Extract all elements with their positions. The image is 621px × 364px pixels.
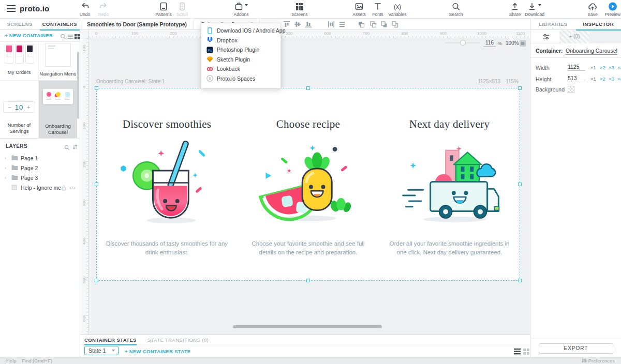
search-button[interactable]: Search — [444, 2, 468, 18]
variables-button[interactable]: (x) Variables — [386, 2, 409, 18]
state-select-dropdown[interactable]: State 1 — [84, 346, 119, 355]
folder-icon — [11, 155, 18, 161]
canvas-horizontal-scrollbar[interactable] — [233, 325, 382, 328]
distribute-vertical-icon[interactable] — [338, 20, 346, 28]
states-grid-view-icon[interactable] — [523, 347, 530, 354]
container-name-field[interactable]: Onboarding Carousel — [566, 48, 617, 55]
sidebar-scrollbar[interactable] — [77, 52, 79, 119]
addons-caret-icon — [245, 4, 248, 6]
tab-screens[interactable]: SCREENS — [0, 19, 40, 30]
lock-icon[interactable] — [61, 185, 67, 191]
container-my-orders[interactable]: My Orders — [0, 42, 38, 80]
bring-to-front-icon[interactable] — [380, 20, 388, 28]
menu-item-dropbox[interactable]: Dropbox — [201, 36, 280, 44]
zoom-fit-icon[interactable] — [520, 40, 526, 47]
menu-item-lookback[interactable]: Lookback — [201, 65, 280, 73]
export-button[interactable]: EXPORT — [539, 343, 613, 354]
zoom-value-input[interactable]: 116 — [483, 40, 496, 47]
scroll-button[interactable]: Scroll — [170, 2, 194, 18]
onboarding-carousel-artboard[interactable]: Discover smoothies — [96, 88, 520, 281]
container-navigation-menu[interactable]: Navigation Menu — [39, 42, 77, 80]
layers-sort-icon[interactable] — [72, 143, 79, 149]
visibility-eye-icon[interactable] — [69, 185, 76, 191]
lookback-icon — [206, 66, 213, 72]
menu-item-protoio-spaces[interactable]: S Proto.io Spaces — [201, 74, 280, 83]
ruler-horizontal: 010020030040050060070080090010001100 — [88, 30, 530, 38]
preferences-link[interactable]: Preferences — [582, 358, 615, 363]
layer-page-1[interactable]: › Page 1 — [0, 154, 80, 163]
screens-button[interactable]: Screens — [288, 2, 312, 18]
chevron-right-icon[interactable]: › — [5, 156, 6, 161]
selection-handle[interactable] — [95, 183, 98, 186]
background-row: Background — [530, 85, 621, 95]
background-color-swatch[interactable] — [568, 86, 574, 93]
align-middle-icon[interactable] — [293, 20, 302, 28]
width-x3-button[interactable]: ×3 — [609, 65, 614, 70]
selection-handle[interactable] — [306, 279, 310, 282]
tab-libraries[interactable]: LIBRARIES — [530, 19, 576, 30]
menu-item-sketch[interactable]: Sketch Plugin — [201, 55, 280, 64]
selection-zoom-level: 115% — [506, 79, 519, 84]
addons-button[interactable]: Addons — [229, 2, 253, 18]
bring-forward-icon[interactable] — [357, 20, 365, 28]
new-container-button[interactable]: + NEW CONTAINER — [5, 33, 53, 38]
zoom-reset-button[interactable]: 100% — [506, 40, 519, 46]
list-view-icon[interactable] — [67, 33, 74, 39]
selection-handle[interactable] — [306, 86, 310, 90]
states-list-view-icon[interactable] — [514, 347, 521, 354]
layer-help-ignore-me[interactable]: Help - Ignore me — [0, 183, 80, 193]
tab-prototype[interactable]: Smoothies to Door (Sample Prototype) — [80, 19, 194, 30]
send-to-back-icon[interactable] — [391, 20, 399, 28]
height-x1-button[interactable]: ×1 — [590, 76, 596, 82]
slide-title: Choose recipe — [276, 118, 340, 131]
find-link[interactable]: Find (Cmd+F) — [22, 358, 52, 363]
help-link[interactable]: Help — [6, 358, 17, 363]
chevron-right-icon[interactable]: › — [5, 175, 6, 180]
height-x3-button[interactable]: ×3 — [609, 76, 614, 82]
tab-inspector[interactable]: INSPECTOR — [576, 19, 621, 30]
download-button[interactable]: Download — [523, 2, 546, 18]
slide-next-day-delivery: Next day delivery — [379, 88, 520, 281]
download-icon — [523, 2, 546, 11]
height-x2-button[interactable]: ×2 — [600, 76, 605, 82]
height-input[interactable]: 513 — [568, 75, 585, 82]
tab-container-states[interactable]: CONTAINER STATES — [84, 337, 137, 343]
layer-page-2[interactable]: › Page 2 — [0, 163, 80, 173]
selection-handle[interactable] — [518, 183, 522, 186]
container-states-panel: CONTAINER STATES STATE TRANSITIONS (0) S… — [80, 335, 530, 357]
chevron-right-icon[interactable]: › — [5, 165, 6, 171]
new-container-state-button[interactable]: + NEW CONTAINER STATE — [125, 348, 190, 354]
container-search-icon[interactable] — [60, 33, 67, 39]
menu-item-photoshop[interactable]: Ps Photoshop Plugin — [201, 46, 280, 54]
app-logo: proto.io — [20, 4, 49, 13]
align-bottom-icon[interactable] — [304, 20, 313, 28]
width-x1-button[interactable]: ×1 — [590, 65, 596, 70]
selection-handle[interactable] — [95, 279, 98, 282]
spaces-icon: S — [206, 75, 213, 82]
container-onboarding-carousel[interactable]: Onboarding Carousel — [39, 81, 77, 138]
hamburger-menu-icon[interactable] — [7, 5, 16, 12]
tab-state-transitions[interactable]: STATE TRANSITIONS (0) — [147, 337, 209, 343]
selection-handle[interactable] — [518, 86, 522, 90]
design-canvas[interactable]: 010020030040050060070080090010001100 -10… — [80, 30, 530, 335]
layers-search-icon[interactable] — [64, 143, 71, 150]
selection-handle[interactable] — [518, 279, 522, 282]
container-number-of-servings[interactable]: − 10 + Number of Servings — [0, 81, 38, 138]
redo-button[interactable]: Redo — [92, 2, 115, 18]
width-x2-button[interactable]: ×2 — [600, 65, 605, 70]
slide-description: Discover thousands of tasty smoothies fo… — [106, 239, 229, 256]
distribute-horizontal-icon[interactable] — [327, 20, 335, 28]
status-bar: Help Find (Cmd+F) Preferences — [0, 357, 621, 364]
zoom-slider-knob[interactable] — [460, 40, 466, 46]
width-input[interactable]: 1125 — [568, 64, 585, 71]
menu-item-download-app[interactable]: Download iOS / Android App — [201, 26, 280, 35]
preview-button[interactable]: Preview — [601, 2, 621, 18]
interactions-tab[interactable]: + (0) — [559, 30, 589, 43]
layer-page-3[interactable]: › Page 3 — [0, 173, 80, 183]
properties-sliders-icon[interactable] — [542, 33, 550, 41]
width-x4-button[interactable]: ×4 — [617, 65, 621, 70]
selection-handle[interactable] — [95, 86, 98, 90]
height-x4-button[interactable]: ×4 — [617, 76, 621, 82]
send-backward-icon[interactable] — [369, 20, 377, 28]
tab-containers[interactable]: CONTAINERS — [40, 19, 80, 30]
